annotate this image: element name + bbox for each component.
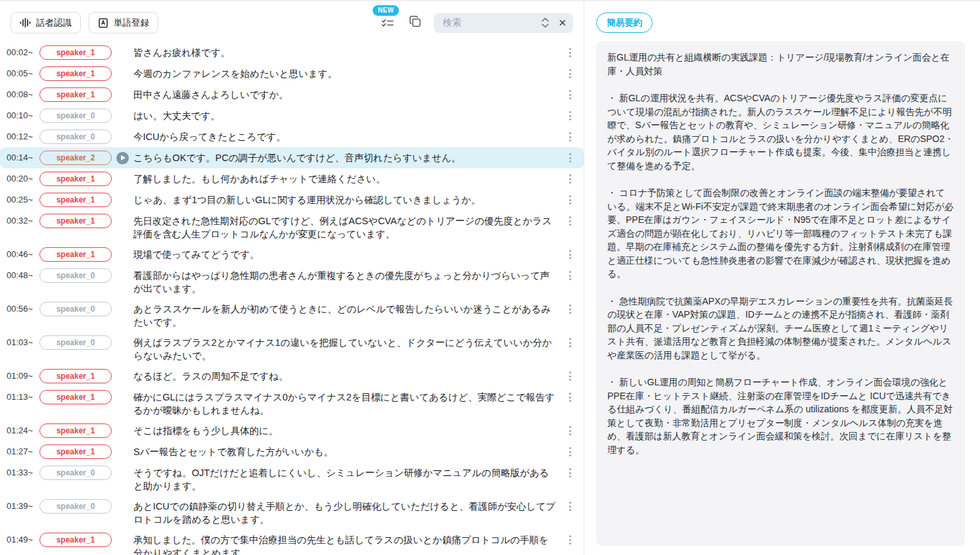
transcript-text[interactable]: じゃあ、まず1つ目の新しいGLに関する運用状況から確認していきましょうか。 [133, 193, 557, 206]
speaker-badge[interactable]: speaker_1 [39, 533, 112, 547]
speaker-badge[interactable]: speaker_0 [39, 302, 112, 316]
row-menu-button[interactable] [565, 214, 574, 226]
transcript-text[interactable]: 承知しました。僕の方で集中治療担当の先生とも話してラスの扱いとか鎮痛プロトコルの… [133, 533, 557, 555]
transcript-text[interactable]: なるほど。ラスの周知不足ですね。 [133, 369, 557, 383]
speaker-badge[interactable]: speaker_1 [39, 45, 112, 60]
transcript-row[interactable]: 00:14~ speaker_2 こちらもOKです。PCの調子が悪いんですけど、… [0, 147, 584, 168]
speaker-badge[interactable]: speaker_1 [39, 66, 112, 81]
row-menu-button[interactable] [565, 466, 574, 477]
row-menu-button[interactable] [565, 247, 574, 259]
transcript-text[interactable]: 先日改定された急性期対応のGLですけど、例えばACSやCVAなどのトリアージの優… [133, 214, 557, 241]
play-slot [112, 302, 133, 303]
row-menu-button[interactable] [565, 130, 574, 141]
chevron-down-icon[interactable] [542, 24, 549, 28]
speaker-badge[interactable]: speaker_1 [39, 390, 112, 404]
transcript-text[interactable]: こちらもOKです。PCの調子が悪いんですけど、音声切れたらすいません。 [133, 151, 557, 164]
transcript-row[interactable]: 01:03~ speaker_0 例えばラスプラス2とかマイナス1の違いを把握し… [0, 332, 584, 366]
row-menu-button[interactable] [565, 45, 574, 57]
transcript-text[interactable]: あとICUでの鎮静薬の切り替え手順とか、もう少し明確化していただけると、看護師が… [133, 499, 557, 526]
row-menu-button[interactable] [565, 335, 574, 347]
play-icon[interactable] [116, 152, 129, 164]
speaker-badge[interactable]: speaker_0 [39, 335, 112, 350]
timestamp: 00:02~ [7, 45, 39, 60]
chevron-up-icon[interactable] [542, 18, 549, 22]
speaker-badge[interactable]: speaker_1 [39, 87, 112, 102]
speaker-badge[interactable]: speaker_1 [39, 193, 112, 207]
transcript-row[interactable]: 01:13~ speaker_1 確かにGLにはラスプラスマイナス0からマイナス… [0, 387, 584, 420]
transcript-text[interactable]: そうですね。OJTだけだと追着しにくいし、シミュレーション研修かマニュアルの簡略… [133, 466, 557, 493]
row-menu-button[interactable] [565, 66, 574, 78]
transcript-row[interactable]: 00:56~ speaker_0 あとラススケールを新人が初めて使うときに、どの… [0, 299, 584, 332]
play-slot [112, 335, 133, 337]
transcript-row[interactable]: 01:39~ speaker_0 あとICUでの鎮静薬の切り替え手順とか、もう少… [0, 496, 584, 529]
row-menu-button[interactable] [565, 268, 574, 280]
transcript-row[interactable]: 00:20~ speaker_1 了解しました。もし何かあればチャットで連絡くだ… [0, 168, 584, 189]
transcript-list: 00:02~ speaker_1 皆さんお疲れ様です。 00:05~ speak… [0, 39, 584, 555]
transcript-text[interactable]: Sバー報告とセットで教育した方がいいかも。 [133, 445, 557, 458]
transcript-row[interactable]: 00:48~ speaker_0 看護部からはやっぱり急性期の患者さんが重複する… [0, 265, 584, 299]
transcript-row[interactable]: 00:10~ speaker_0 はい。大丈夫です。 [0, 105, 584, 126]
row-menu-button[interactable] [565, 302, 574, 314]
timestamp: 00:20~ [7, 172, 39, 186]
speaker-badge[interactable]: speaker_1 [39, 445, 112, 459]
search-prev-next[interactable] [542, 18, 549, 28]
transcript-row[interactable]: 00:05~ speaker_1 今週のカンファレンスを始めたいと思います。 [0, 63, 584, 84]
row-menu-button[interactable] [565, 109, 574, 120]
speaker-badge[interactable]: speaker_1 [39, 247, 112, 262]
speaker-badge[interactable]: speaker_0 [39, 109, 112, 123]
transcript-row[interactable]: 00:32~ speaker_1 先日改定された急性期対応のGLですけど、例えば… [0, 210, 584, 244]
speaker-badge[interactable]: speaker_0 [39, 466, 112, 480]
row-menu-button[interactable] [565, 193, 574, 205]
timestamp: 00:48~ [7, 268, 39, 283]
transcript-text[interactable]: あとラススケールを新人が初めて使うときに、どのレベルで報告したらいいか迷うことが… [133, 302, 557, 329]
row-menu-button[interactable] [565, 533, 574, 544]
transcript-text[interactable]: 皆さんお疲れ様です。 [133, 45, 557, 59]
speaker-badge[interactable]: speaker_1 [39, 172, 112, 186]
transcript-text[interactable]: 確かにGLにはラスプラスマイナス0からマイナス2を目標にと書いてあるけど、実際ど… [133, 390, 557, 417]
row-menu-button[interactable] [565, 87, 574, 99]
speaker-badge[interactable]: speaker_1 [39, 214, 112, 228]
row-menu-button[interactable] [565, 172, 574, 183]
word-register-label: 単語登録 [114, 17, 149, 29]
copy-button[interactable] [407, 15, 423, 31]
checklist-button[interactable]: NEW [380, 15, 396, 31]
transcript-text[interactable]: 看護部からはやっぱり急性期の患者さんが重複するときの優先度がちょっと分かりづらい… [133, 268, 557, 295]
word-register-button[interactable]: 単語登録 [89, 12, 158, 34]
transcript-text[interactable]: 了解しました。もし何かあればチャットで連絡ください。 [133, 172, 557, 185]
speaker-badge[interactable]: speaker_0 [39, 130, 112, 144]
transcript-row[interactable]: 00:08~ speaker_1 田中さん遠藤さんよろしいですか。 [0, 84, 584, 105]
speaker-recognition-button[interactable]: 話者認識 [11, 12, 81, 34]
transcript-text[interactable]: 今週のカンファレンスを始めたいと思います。 [133, 66, 557, 80]
row-menu-button[interactable] [565, 151, 574, 162]
speaker-badge[interactable]: speaker_1 [39, 369, 112, 383]
search-input[interactable]: 検索 ✕ [434, 13, 573, 33]
speaker-badge[interactable]: speaker_0 [39, 268, 112, 283]
row-menu-button[interactable] [565, 423, 574, 435]
transcript-row[interactable]: 01:09~ speaker_1 なるほど。ラスの周知不足ですね。 [0, 366, 584, 387]
play-slot [112, 390, 133, 391]
speaker-badge[interactable]: speaker_2 [39, 151, 112, 165]
transcript-row[interactable]: 00:25~ speaker_1 じゃあ、まず1つ目の新しいGLに関する運用状況… [0, 189, 584, 210]
transcript-row[interactable]: 00:02~ speaker_1 皆さんお疲れ様です。 [0, 42, 584, 63]
close-icon[interactable]: ✕ [558, 18, 567, 28]
transcript-row[interactable]: 01:27~ speaker_1 Sバー報告とセットで教育した方がいいかも。 [0, 441, 584, 462]
transcript-text[interactable]: そこは指標をもう少し具体的に。 [133, 423, 557, 437]
row-menu-button[interactable] [565, 445, 574, 456]
transcript-text[interactable]: 現場で使ってみてどうです。 [133, 247, 557, 261]
transcript-text[interactable]: はい。大丈夫です。 [133, 109, 557, 122]
transcript-row[interactable]: 00:12~ speaker_0 今ICUから戻ってきたところです。 [0, 126, 584, 147]
transcript-row[interactable]: 01:49~ speaker_1 承知しました。僕の方で集中治療担当の先生とも話… [0, 529, 584, 555]
transcript-text[interactable]: 今ICUから戻ってきたところです。 [133, 130, 557, 143]
row-menu-button[interactable] [565, 499, 574, 511]
transcript-row[interactable]: 01:33~ speaker_0 そうですね。OJTだけだと追着しにくいし、シミ… [0, 462, 584, 496]
speaker-badge[interactable]: speaker_0 [39, 499, 112, 514]
transcript-row[interactable]: 01:24~ speaker_1 そこは指標をもう少し具体的に。 [0, 420, 584, 441]
transcript-row[interactable]: 00:46~ speaker_1 現場で使ってみてどうです。 [0, 244, 584, 265]
simple-summary-button[interactable]: 簡易要約 [596, 12, 653, 33]
row-menu-button[interactable] [565, 369, 574, 381]
transcript-text[interactable]: 例えばラスプラス2とかマイナス1の違いを把握していないと、ドクターにどう伝えてい… [133, 335, 557, 362]
transcript-text[interactable]: 田中さん遠藤さんよろしいですか。 [133, 87, 557, 101]
row-menu-button[interactable] [565, 390, 574, 402]
speaker-badge[interactable]: speaker_1 [39, 423, 112, 438]
play-slot [112, 247, 133, 249]
